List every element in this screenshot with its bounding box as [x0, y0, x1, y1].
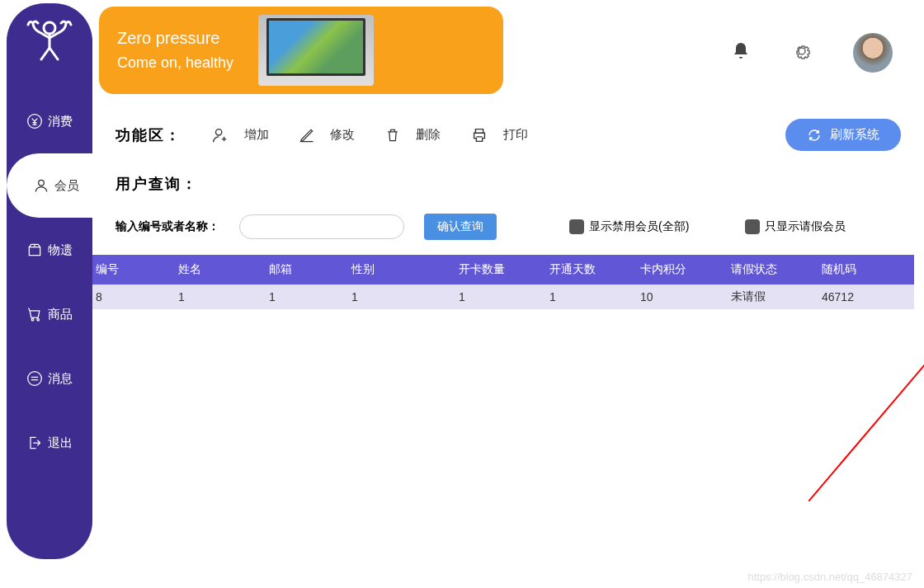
cell: 10 [640, 290, 731, 303]
col-code: 随机码 [822, 262, 912, 277]
show-disabled-checkbox[interactable]: 显示禁用会员(全部) [569, 219, 689, 234]
col-gender: 性别 [351, 262, 459, 277]
sidebar-item-label: 会员 [54, 178, 79, 194]
search-section: 用户查询： 输入编号或者名称： 确认查询 显示禁用会员(全部) 只显示请假会员 [99, 174, 917, 240]
checkbox-label: 只显示请假会员 [765, 219, 846, 234]
banner-title: Zero pressure [117, 29, 233, 48]
col-days: 开通天数 [549, 262, 640, 277]
avatar[interactable] [853, 33, 893, 73]
annotation-arrow [808, 336, 924, 501]
confirm-search-button[interactable]: 确认查询 [424, 214, 497, 240]
add-button[interactable]: 增加 [211, 126, 269, 144]
cell: 8 [96, 290, 178, 303]
refresh-label: 刷新系统 [830, 127, 879, 143]
table-row[interactable]: 8 1 1 1 1 1 10 未请假 46712 [89, 285, 914, 309]
sidebar-item-logout[interactable]: 退出 [7, 411, 92, 475]
svg-point-4 [37, 318, 40, 321]
cell: 1 [351, 290, 459, 303]
laptop-image [258, 15, 374, 86]
col-name: 姓名 [178, 262, 269, 277]
cell: 未请假 [731, 289, 822, 304]
sidebar: 消费 会员 物遗 商品 消息 退出 [7, 3, 92, 559]
show-leave-checkbox[interactable]: 只显示请假会员 [745, 219, 846, 234]
promo-banner: Zero pressure Come on, healthy [99, 7, 503, 94]
members-table: 编号 姓名 邮箱 性别 开卡数量 开通天数 卡内积分 请假状态 随机码 8 1 … [89, 255, 914, 309]
cell: 1 [549, 290, 640, 303]
cell: 1 [269, 290, 351, 303]
svg-point-0 [44, 22, 55, 34]
printer-icon [470, 126, 488, 144]
function-toolbar: 功能区： 增加 修改 删除 打印 刷新系统 [99, 119, 917, 151]
print-label: 打印 [503, 127, 528, 143]
sidebar-item-label: 商品 [48, 307, 73, 322]
print-button[interactable]: 打印 [470, 126, 528, 144]
watermark: https://blog.csdn.net/qq_46874327 [748, 571, 913, 583]
svg-point-6 [216, 129, 222, 134]
cell: 1 [459, 290, 549, 303]
sidebar-item-message[interactable]: 消息 [7, 346, 92, 411]
sidebar-item-lost[interactable]: 物遗 [7, 218, 92, 282]
col-id: 编号 [96, 262, 178, 277]
delete-button[interactable]: 删除 [384, 127, 441, 143]
banner-subtitle: Come on, healthy [117, 54, 233, 72]
checkbox-icon [569, 219, 584, 234]
user-plus-icon [211, 126, 229, 144]
sidebar-item-label: 退出 [48, 435, 73, 451]
edit-button[interactable]: 修改 [299, 127, 355, 143]
trash-icon [384, 127, 401, 143]
col-points: 卡内积分 [640, 262, 731, 277]
col-leave: 请假状态 [731, 262, 822, 277]
bell-icon[interactable] [731, 41, 751, 64]
svg-point-3 [31, 318, 34, 321]
toolbar-title: 功能区： [116, 125, 182, 145]
pencil-icon [299, 127, 315, 143]
refresh-button[interactable]: 刷新系统 [785, 119, 901, 151]
table-header-row: 编号 姓名 邮箱 性别 开卡数量 开通天数 卡内积分 请假状态 随机码 [89, 255, 914, 285]
checkbox-icon [745, 219, 760, 234]
top-actions [731, 33, 893, 73]
delete-label: 删除 [416, 127, 441, 143]
col-email: 邮箱 [269, 262, 351, 277]
sidebar-item-member[interactable]: 会员 [7, 153, 106, 218]
svg-point-5 [28, 372, 42, 386]
gear-icon[interactable] [792, 41, 812, 64]
col-cards: 开卡数量 [459, 262, 549, 277]
add-label: 增加 [244, 127, 269, 143]
svg-line-7 [808, 336, 924, 501]
search-input-label: 输入编号或者名称： [116, 219, 219, 234]
refresh-icon [807, 128, 822, 143]
sidebar-item-goods[interactable]: 商品 [7, 282, 92, 346]
search-title: 用户查询： [116, 174, 917, 194]
app-logo [21, 15, 78, 64]
sidebar-item-label: 物遗 [48, 242, 73, 258]
edit-label: 修改 [330, 127, 355, 143]
cell: 1 [178, 290, 269, 303]
sidebar-item-consume[interactable]: 消费 [7, 89, 92, 153]
search-input[interactable] [239, 214, 404, 239]
sidebar-item-label: 消息 [48, 371, 73, 387]
checkbox-label: 显示禁用会员(全部) [589, 219, 689, 234]
cell: 46712 [822, 290, 912, 303]
main-content: Zero pressure Come on, healthy 功能区： 增加 修… [99, 7, 917, 581]
svg-point-2 [39, 180, 45, 186]
sidebar-item-label: 消费 [48, 114, 73, 129]
